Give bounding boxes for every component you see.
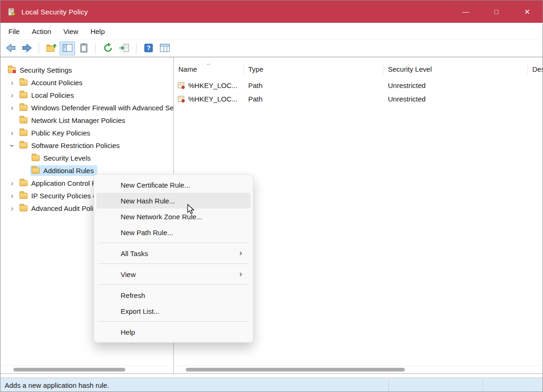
menu-file[interactable]: File <box>2 24 26 39</box>
refresh-icon <box>102 42 114 55</box>
menu-item-refresh[interactable]: Refresh <box>96 287 251 303</box>
status-bar-divider <box>388 379 389 392</box>
menu-separator <box>98 264 249 264</box>
menu-item-export-list[interactable]: Export List... <box>96 303 251 319</box>
folder-icon <box>20 142 27 149</box>
tree-item-security-settings[interactable]: Security Settings <box>0 64 173 76</box>
console-tree-panes-icon <box>61 42 74 55</box>
menu-item-view[interactable]: View <box>96 266 251 282</box>
tree-item-windows-defender-firewall[interactable]: Windows Defender Firewall with Advanced … <box>0 101 173 114</box>
tree-horizontal-scrollbar[interactable] <box>2 365 171 372</box>
list-row[interactable]: %HKEY_LOC... Path Unrestricted <box>174 92 543 106</box>
main-area: Security Settings Account Policies Local… <box>0 57 543 374</box>
folder-icon <box>20 180 27 186</box>
back-arrow-icon <box>5 42 17 55</box>
up-one-level-button[interactable] <box>43 41 59 55</box>
show-hide-action-pane-button[interactable] <box>157 41 172 55</box>
status-text: Adds a new application hash rule. <box>5 381 109 389</box>
menu-item-new-path-rule[interactable]: New Path Rule... <box>96 224 251 240</box>
close-button[interactable]: × <box>512 0 543 23</box>
clipboard-icon <box>78 42 90 55</box>
window-title: Local Security Policy <box>21 8 88 16</box>
menu-bar: File Action View Help <box>0 23 543 40</box>
export-list-button[interactable] <box>116 41 132 55</box>
folder-icon <box>20 92 27 98</box>
action-pane-icon <box>159 42 171 55</box>
tree-item-public-key-policies[interactable]: Public Key Policies <box>0 127 173 139</box>
tree-item-network-list-manager-policies[interactable]: Network List Manager Policies <box>0 114 173 127</box>
menu-help[interactable]: Help <box>84 24 111 39</box>
folder-icon <box>20 80 27 86</box>
status-bar-divider <box>482 379 483 392</box>
folder-up-icon <box>45 42 57 55</box>
chevron-right-icon[interactable] <box>6 79 18 87</box>
toolbar-separator <box>136 43 136 54</box>
properties-button[interactable] <box>76 41 91 55</box>
registry-rule-icon <box>177 81 185 89</box>
security-settings-icon <box>8 67 16 73</box>
context-menu: New Certificate Rule... New Hash Rule...… <box>94 174 253 343</box>
toolbar-separator <box>95 43 96 54</box>
chevron-right-icon[interactable] <box>6 104 18 112</box>
tree-item-account-policies[interactable]: Account Policies <box>0 76 173 89</box>
tree-item-local-policies[interactable]: Local Policies <box>0 89 173 101</box>
column-header-type[interactable]: Type <box>244 64 383 75</box>
help-button[interactable]: ? <box>141 41 156 55</box>
help-icon: ? <box>143 42 155 55</box>
maximize-button[interactable]: □ <box>481 0 512 23</box>
scrollbar-thumb[interactable] <box>186 368 405 372</box>
toolbar: ? <box>0 40 543 57</box>
menu-item-help[interactable]: Help <box>96 324 251 340</box>
bottom-strip <box>0 374 543 378</box>
registry-rule-icon <box>177 95 185 103</box>
chevron-right-icon[interactable] <box>6 192 18 200</box>
folder-icon <box>20 130 27 136</box>
folder-icon <box>32 155 40 161</box>
toolbar-separator <box>39 43 39 54</box>
forward-button[interactable] <box>19 41 34 55</box>
column-header-description[interactable]: Description <box>528 64 543 75</box>
export-list-icon <box>118 42 130 55</box>
chevron-right-icon[interactable] <box>6 92 18 99</box>
app-icon <box>7 7 16 16</box>
folder-icon <box>20 105 27 111</box>
folder-icon <box>20 193 27 199</box>
svg-text:?: ? <box>146 44 150 52</box>
chevron-right-icon[interactable] <box>6 205 18 212</box>
list-column-headers: Name Type Security Level Description <box>174 57 543 79</box>
folder-icon <box>32 168 40 174</box>
list-horizontal-scrollbar[interactable] <box>175 365 540 372</box>
menu-separator <box>98 243 249 243</box>
window-controls: — □ × <box>450 0 543 23</box>
column-header-security-level[interactable]: Security Level <box>383 64 528 75</box>
menu-item-all-tasks[interactable]: All Tasks <box>96 245 251 261</box>
chevron-down-icon[interactable] <box>6 142 18 149</box>
tree-item-software-restriction-policies[interactable]: Software Restriction Policies <box>0 139 173 152</box>
chevron-right-icon[interactable] <box>6 129 18 137</box>
menu-separator <box>98 284 249 285</box>
column-header-name[interactable]: Name <box>174 64 244 75</box>
folder-icon <box>20 205 27 211</box>
menu-action[interactable]: Action <box>26 24 57 39</box>
local-security-policy-window: Local Security Policy — □ × File Action … <box>0 0 543 392</box>
status-bar: Adds a new application hash rule. <box>0 378 543 392</box>
menu-separator <box>98 321 249 322</box>
folder-icon <box>20 117 27 123</box>
list-row[interactable]: %HKEY_LOC... Path Unrestricted <box>174 79 543 92</box>
minimize-button[interactable]: — <box>450 0 481 23</box>
title-bar: Local Security Policy — □ × <box>0 0 543 23</box>
forward-arrow-icon <box>21 42 33 55</box>
menu-item-new-hash-rule[interactable]: New Hash Rule... <box>96 193 251 209</box>
chevron-right-icon[interactable] <box>6 180 18 187</box>
menu-view[interactable]: View <box>57 24 84 39</box>
show-hide-console-tree-button[interactable] <box>60 41 75 55</box>
menu-item-new-certificate-rule[interactable]: New Certificate Rule... <box>96 177 251 193</box>
refresh-button[interactable] <box>100 41 115 55</box>
tree-item-security-levels[interactable]: Security Levels <box>0 152 173 164</box>
menu-item-new-network-zone-rule[interactable]: New Network Zone Rule... <box>96 209 251 224</box>
scrollbar-thumb[interactable] <box>14 368 125 372</box>
back-button[interactable] <box>3 41 18 55</box>
